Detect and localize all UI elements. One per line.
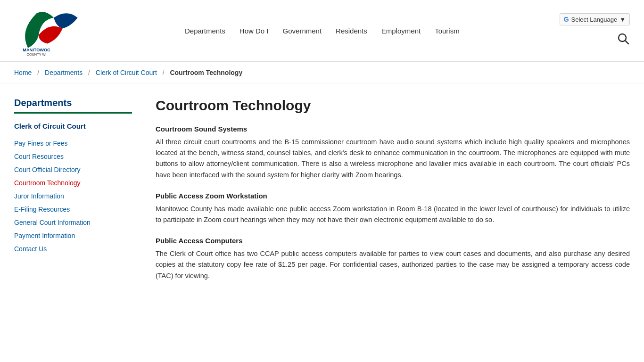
breadcrumb-departments[interactable]: Departments — [45, 69, 83, 76]
translate-label: Select Language — [571, 16, 618, 23]
sidebar-court-official-directory[interactable]: Court Official Directory — [14, 163, 132, 176]
sidebar-juror-information[interactable]: Juror Information — [14, 189, 132, 203]
nav-departments[interactable]: Departments — [185, 27, 225, 35]
site-logo[interactable]: MANITOWOC COUNTY WI — [14, 5, 85, 57]
nav-how-do-i[interactable]: How Do I — [239, 27, 269, 35]
breadcrumb-sep-2: / — [88, 69, 90, 76]
sidebar-title: Departments — [14, 98, 132, 114]
breadcrumb-sep-3: / — [163, 69, 165, 76]
page-content: Courtroom Technology Courtroom Sound Sys… — [146, 98, 630, 293]
sidebar-contact-us[interactable]: Contact Us — [14, 242, 132, 255]
sidebar-courtroom-technology[interactable]: Courtroom Technology — [14, 176, 132, 189]
section-title-computers: Public Access Computers — [156, 237, 630, 245]
section-title-zoom: Public Access Zoom Workstation — [156, 192, 630, 200]
main-nav: Departments How Do I Government Resident… — [85, 27, 560, 35]
breadcrumb-sep-1: / — [37, 69, 39, 76]
logo-area: MANITOWOC COUNTY WI — [14, 5, 85, 57]
translate-widget[interactable]: G Select Language ▼ — [560, 13, 630, 25]
breadcrumb-home[interactable]: Home — [14, 69, 32, 76]
svg-text:COUNTY WI: COUNTY WI — [27, 52, 47, 57]
sidebar-pay-fines[interactable]: Pay Fines or Fees — [14, 137, 132, 150]
breadcrumb: Home / Departments / Clerk of Circuit Co… — [0, 62, 644, 83]
sidebar-court-resources[interactable]: Court Resources — [14, 150, 132, 163]
sidebar: Departments Clerk of Circuit Court Pay F… — [14, 98, 146, 293]
nav-employment[interactable]: Employment — [381, 27, 421, 35]
section-body-sound: All three circuit court courtrooms and t… — [156, 137, 630, 181]
breadcrumb-clerk[interactable]: Clerk of Circuit Court — [96, 69, 157, 76]
sidebar-dept-title[interactable]: Clerk of Circuit Court — [14, 122, 132, 130]
sidebar-efiling-resources[interactable]: E-Filing Resources — [14, 203, 132, 216]
translate-dropdown-icon: ▼ — [619, 16, 626, 23]
nav-residents[interactable]: Residents — [336, 27, 367, 35]
header-right: G Select Language ▼ — [560, 13, 630, 48]
nav-government[interactable]: Government — [283, 27, 322, 35]
sidebar-payment-information[interactable]: Payment Information — [14, 229, 132, 242]
page-title: Courtroom Technology — [156, 98, 630, 114]
svg-text:MANITOWOC: MANITOWOC — [23, 48, 50, 52]
sidebar-general-court-info[interactable]: General Court Information — [14, 216, 132, 229]
search-button[interactable] — [617, 32, 630, 48]
google-icon: G — [564, 16, 569, 23]
main-content: Departments Clerk of Circuit Court Pay F… — [0, 83, 644, 307]
section-body-computers: The Clerk of Court office has two CCAP p… — [156, 248, 630, 281]
breadcrumb-current: Courtroom Technology — [170, 69, 242, 76]
site-header: MANITOWOC COUNTY WI Departments How Do I… — [0, 0, 644, 62]
svg-line-3 — [625, 41, 628, 44]
section-title-sound: Courtroom Sound Systems — [156, 125, 630, 133]
nav-tourism[interactable]: Tourism — [435, 27, 460, 35]
section-body-zoom: Manitowoc County has made available one … — [156, 204, 630, 225]
